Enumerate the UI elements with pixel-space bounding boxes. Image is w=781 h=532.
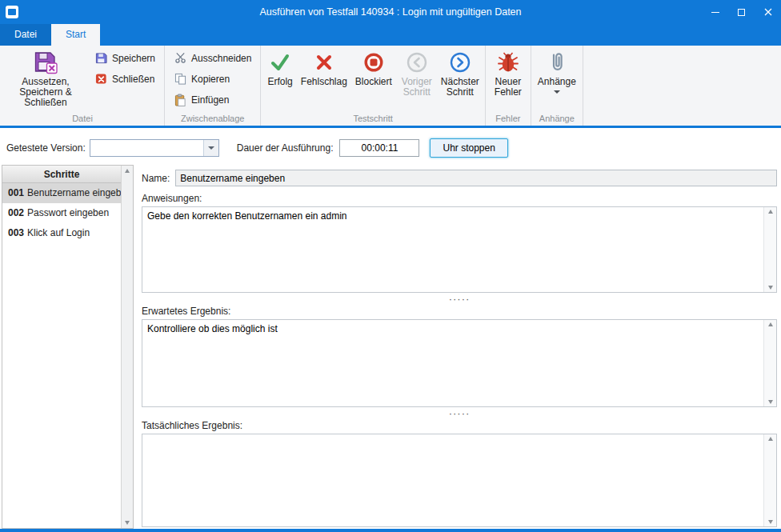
- step-number: 001: [8, 187, 24, 198]
- scroll-up-icon[interactable]: [125, 169, 130, 173]
- instructions-textarea[interactable]: Gebe den korrekten Benutzernamen ein adm…: [142, 207, 763, 292]
- step-row-2[interactable]: 002Passwort eingeben: [2, 203, 121, 223]
- paste-button[interactable]: Einfügen: [169, 90, 256, 109]
- step-label: Passwort eingeben: [27, 207, 109, 218]
- paperclip-icon: [545, 50, 569, 74]
- tested-version-dropdown-button[interactable]: [203, 140, 218, 156]
- actual-result-textarea[interactable]: [142, 434, 763, 526]
- main-content: Schritte 001Benutzername eingeben 002Pas…: [0, 165, 781, 529]
- save-label: Speichern: [112, 53, 155, 64]
- attachments-button[interactable]: Anhänge: [534, 47, 580, 95]
- actual-result-scrollbar[interactable]: [763, 434, 776, 526]
- step-number: 002: [8, 207, 24, 218]
- step-label: Benutzername eingeben: [27, 187, 121, 198]
- step-detail-form: Name: Anweisungen: Gebe den korrekten Be…: [134, 165, 781, 529]
- fail-label: Fehlschlag: [301, 77, 347, 87]
- step-row-3[interactable]: 003Klick auf Login: [2, 223, 121, 243]
- previous-step-button[interactable]: Voriger Schritt: [396, 47, 438, 99]
- blocked-stop-icon: [362, 50, 386, 74]
- steps-panel: Schritte 001Benutzername eingeben 002Pas…: [2, 165, 134, 529]
- close-button[interactable]: [755, 0, 781, 24]
- minimize-icon: [711, 12, 719, 13]
- tested-version-label: Getestete Version:: [6, 142, 86, 154]
- actual-result-field: [142, 434, 777, 527]
- splitter-grip[interactable]: ·····: [142, 407, 777, 418]
- window-controls: [702, 0, 781, 24]
- paste-icon: [174, 94, 186, 106]
- suspend-save-close-label: Aussetzen, Speichern & Schließen: [7, 77, 84, 108]
- next-step-label: Nächster Schritt: [441, 77, 479, 98]
- copy-button[interactable]: Kopieren: [169, 70, 256, 88]
- ribbon-group-fehler-label: Fehler: [486, 112, 531, 126]
- paste-label: Einfügen: [191, 94, 229, 106]
- step-label: Klick auf Login: [27, 227, 90, 238]
- ribbon-group-anhaenge-label: Anhänge: [531, 112, 583, 126]
- execution-toolbar: Getestete Version: Dauer der Ausführung:…: [0, 128, 781, 165]
- blocked-button[interactable]: Blockiert: [351, 47, 396, 89]
- scroll-down-icon[interactable]: [125, 521, 130, 525]
- blocked-label: Blockiert: [355, 77, 392, 87]
- instructions-label: Anweisungen:: [142, 193, 777, 204]
- scroll-down-icon[interactable]: [768, 286, 773, 290]
- expected-result-label: Erwartetes Ergebnis:: [142, 306, 777, 317]
- save-icon: [94, 52, 107, 65]
- scroll-up-icon[interactable]: [768, 210, 773, 214]
- app-window: Ausführen von Testfall 140934 : Login mi…: [0, 0, 781, 532]
- cut-label: Ausschneiden: [191, 53, 251, 64]
- save-suspend-icon: [34, 50, 58, 74]
- bottom-accent-bar: [0, 529, 781, 532]
- steps-scrollbar[interactable]: [121, 166, 133, 528]
- close-box-icon: [94, 73, 107, 86]
- ribbon-group-testschritt-label: Testschritt: [261, 112, 484, 126]
- instructions-scrollbar[interactable]: [763, 207, 776, 292]
- tested-version-combobox[interactable]: [90, 139, 219, 157]
- copy-icon: [174, 73, 186, 86]
- duration-label: Dauer der Ausführung:: [237, 142, 334, 154]
- next-step-button[interactable]: Nächster Schritt: [438, 47, 483, 99]
- tab-start[interactable]: Start: [51, 24, 100, 46]
- expected-result-field: Kontrolliere ob dies möglich ist: [142, 319, 777, 407]
- step-row-1[interactable]: 001Benutzername eingeben: [2, 183, 121, 203]
- previous-step-label: Voriger Schritt: [400, 77, 434, 98]
- actual-result-label: Tatsächliches Ergebnis:: [142, 420, 777, 431]
- ribbon-group-fehler: Neuer Fehler Fehler: [486, 46, 531, 126]
- steps-header: Schritte: [2, 166, 121, 183]
- previous-step-icon: [405, 50, 429, 74]
- duration-input[interactable]: [339, 139, 419, 157]
- scissors-icon: [174, 52, 186, 65]
- scroll-down-icon[interactable]: [768, 400, 773, 404]
- ribbon-group-anhaenge: Anhänge Anhänge: [531, 46, 583, 126]
- suspend-save-close-button[interactable]: Aussetzen, Speichern & Schließen: [3, 47, 88, 110]
- title-bar: Ausführen von Testfall 140934 : Login mi…: [0, 0, 781, 24]
- ribbon-group-testschritt: Erfolg Fehlschlag: [261, 46, 485, 126]
- name-input[interactable]: [175, 170, 777, 186]
- ribbon-group-datei-label: Datei: [1, 112, 164, 126]
- stop-clock-button[interactable]: Uhr stoppen: [430, 138, 507, 158]
- fail-button[interactable]: Fehlschlag: [297, 47, 351, 89]
- splitter-grip[interactable]: ·····: [142, 293, 777, 304]
- expected-result-scrollbar[interactable]: [763, 320, 776, 406]
- tested-version-input[interactable]: [90, 140, 203, 156]
- success-check-icon: [268, 50, 292, 74]
- maximize-button[interactable]: [728, 0, 755, 24]
- scroll-up-icon[interactable]: [768, 322, 773, 326]
- minimize-button[interactable]: [702, 0, 728, 24]
- save-button[interactable]: Speichern: [90, 49, 160, 67]
- instructions-field: Gebe den korrekten Benutzernamen ein adm…: [142, 206, 777, 293]
- new-error-button[interactable]: Neuer Fehler: [488, 47, 528, 99]
- next-step-icon: [448, 50, 472, 74]
- expected-result-textarea[interactable]: Kontrolliere ob dies möglich ist: [142, 320, 763, 406]
- step-number: 003: [8, 227, 24, 238]
- close-testcase-label: Schließen: [112, 74, 154, 85]
- ribbon-group-zwischenablage-label: Zwischenablage: [165, 112, 260, 126]
- steps-list: Schritte 001Benutzername eingeben 002Pas…: [2, 166, 121, 528]
- scroll-down-icon[interactable]: [768, 520, 773, 524]
- close-testcase-button[interactable]: Schließen: [90, 70, 160, 88]
- fail-x-icon: [312, 50, 336, 74]
- cut-button[interactable]: Ausschneiden: [169, 49, 256, 67]
- scroll-up-icon[interactable]: [768, 437, 773, 441]
- close-icon: [764, 8, 772, 16]
- tab-datei[interactable]: Datei: [0, 24, 51, 46]
- success-button[interactable]: Erfolg: [263, 47, 296, 89]
- attachments-label: Anhänge: [538, 77, 576, 87]
